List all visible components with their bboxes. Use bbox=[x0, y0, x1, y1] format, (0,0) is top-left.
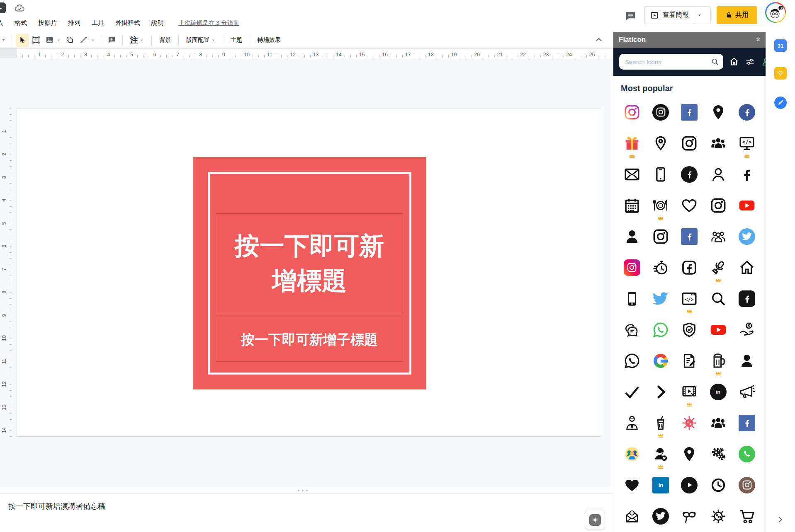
youtube-icon-2[interactable] bbox=[704, 314, 732, 345]
linkedin-square-icon[interactable]: in bbox=[646, 469, 675, 501]
comments-icon[interactable] bbox=[625, 10, 637, 24]
background-button[interactable]: 背景 bbox=[156, 36, 175, 44]
whatsapp-outline-icon[interactable] bbox=[618, 345, 646, 376]
map-pin-icon-2[interactable] bbox=[675, 438, 704, 469]
last-edit-link[interactable]: 上次編輯是在 3 分鐘前 bbox=[178, 19, 239, 27]
vertical-ruler[interactable]: 1234567891011121314 bbox=[0, 58, 12, 487]
avatar[interactable] bbox=[765, 2, 786, 23]
chat-bubbles-icon[interactable] bbox=[618, 314, 646, 345]
image-dropdown-icon[interactable] bbox=[55, 34, 63, 47]
twitter-circle-black-icon[interactable] bbox=[646, 501, 675, 532]
facebook-circle-black-icon[interactable] bbox=[675, 159, 704, 190]
select-tool[interactable] bbox=[16, 34, 29, 47]
menu-item-6[interactable]: 說明 bbox=[151, 19, 164, 27]
people-group-icon-2[interactable] bbox=[704, 407, 732, 438]
virus-outline-icon[interactable] bbox=[704, 501, 732, 532]
zoom-dropdown-icon[interactable] bbox=[0, 34, 8, 47]
microphone-icon[interactable] bbox=[704, 252, 732, 283]
video-player-icon[interactable] bbox=[675, 376, 704, 407]
title-placeholder[interactable]: 按一下即可新增標題 bbox=[216, 213, 403, 313]
instagram-circle-black-icon[interactable] bbox=[646, 97, 675, 128]
person-icon-2[interactable] bbox=[733, 345, 761, 376]
clock-icon[interactable] bbox=[704, 469, 732, 501]
google-tasks-icon[interactable] bbox=[774, 97, 787, 109]
instagram-outline-icon-2[interactable] bbox=[704, 190, 732, 221]
checkmark-icon[interactable] bbox=[618, 376, 646, 407]
facebook-square-icon-2[interactable] bbox=[675, 221, 704, 252]
monitor-code-icon[interactable]: </> bbox=[733, 128, 761, 159]
instagram-circle-brown-icon[interactable] bbox=[733, 469, 761, 501]
menu-item-2[interactable]: 投影片 bbox=[38, 19, 57, 27]
facebook-square-icon[interactable] bbox=[675, 97, 704, 128]
slide-background-shape[interactable]: 按一下即可新增標題 按一下即可新增子標題 bbox=[193, 157, 426, 389]
layout-button[interactable]: 版面配置 bbox=[182, 36, 219, 44]
support-agent-icon[interactable] bbox=[646, 438, 675, 469]
filters-icon[interactable] bbox=[745, 57, 755, 67]
collapse-toolbar-icon[interactable] bbox=[594, 35, 604, 46]
theme-button[interactable]: 主題 bbox=[227, 36, 246, 44]
present-button[interactable]: 查看簡報 bbox=[644, 6, 711, 24]
map-pin-outline-icon[interactable] bbox=[646, 128, 675, 159]
present-dropdown-icon[interactable] bbox=[694, 13, 705, 18]
whatsapp-icon[interactable] bbox=[646, 314, 675, 345]
facebook-outline-icon[interactable] bbox=[675, 252, 704, 283]
facebook-rounded-black-icon[interactable] bbox=[733, 283, 761, 314]
virus-icon[interactable] bbox=[675, 407, 704, 438]
person-outline-icon[interactable] bbox=[704, 159, 732, 190]
notes-resize-handle[interactable] bbox=[0, 487, 613, 494]
close-icon[interactable]: × bbox=[756, 36, 760, 44]
businessman-icon[interactable] bbox=[618, 407, 646, 438]
twitter-circle-icon[interactable] bbox=[733, 221, 761, 252]
explore-button[interactable] bbox=[585, 510, 605, 530]
slide-page[interactable]: 按一下即可新增標題 按一下即可新增子標題 bbox=[17, 109, 601, 437]
hand-dollar-icon[interactable]: $ bbox=[733, 314, 761, 345]
instagram-outline-icon[interactable] bbox=[675, 128, 704, 159]
google-keep-icon[interactable] bbox=[774, 67, 787, 80]
textbox-tool[interactable] bbox=[29, 34, 43, 47]
home-icon[interactable] bbox=[729, 57, 739, 67]
shape-tool[interactable] bbox=[63, 34, 77, 47]
smartphone-outline-icon[interactable] bbox=[646, 159, 675, 190]
menu-item-4[interactable]: 工具 bbox=[92, 19, 104, 27]
line-dropdown-icon[interactable] bbox=[89, 34, 97, 47]
linkedin-circle-black-icon[interactable]: in bbox=[704, 376, 732, 407]
envelope-icon[interactable] bbox=[618, 159, 646, 190]
stopwatch-icon[interactable] bbox=[646, 252, 675, 283]
invitation-envelope-icon[interactable] bbox=[618, 501, 646, 532]
shield-check-icon[interactable] bbox=[675, 314, 704, 345]
shopping-cart-icon[interactable] bbox=[733, 501, 761, 532]
person-icon[interactable] bbox=[618, 221, 646, 252]
youtube-circle-black-icon[interactable] bbox=[675, 469, 704, 501]
speaker-notes[interactable]: 按一下即可新增演講者備忘稿 bbox=[0, 494, 613, 532]
annotate-tool[interactable]: 注 bbox=[126, 35, 148, 46]
gears-icon[interactable] bbox=[704, 438, 732, 469]
menu-item-3[interactable]: 排列 bbox=[68, 19, 80, 27]
megaphone-icon[interactable] bbox=[733, 376, 761, 407]
instagram-gradient-square-icon[interactable] bbox=[618, 252, 646, 283]
gift-icon[interactable] bbox=[618, 128, 646, 159]
youtube-icon[interactable] bbox=[733, 190, 761, 221]
search-input[interactable] bbox=[624, 58, 708, 66]
heart-icon[interactable] bbox=[618, 469, 646, 501]
home-outline-icon[interactable] bbox=[733, 252, 761, 283]
google-calendar-icon[interactable]: 31 bbox=[774, 39, 787, 52]
google-icon[interactable] bbox=[646, 345, 675, 376]
whatsapp-circle-icon[interactable] bbox=[733, 438, 761, 469]
facebook-letter-icon[interactable] bbox=[733, 159, 761, 190]
facebook-square-icon-3[interactable] bbox=[733, 407, 761, 438]
share-button[interactable]: 共用 bbox=[717, 6, 757, 24]
menu-item-0[interactable]: 入 bbox=[0, 19, 3, 27]
restaurant-icon[interactable] bbox=[646, 190, 675, 221]
sidebar-expand-chevron-icon[interactable] bbox=[776, 515, 785, 526]
people-group-icon[interactable] bbox=[704, 128, 732, 159]
facebook-circle-icon[interactable] bbox=[733, 97, 761, 128]
twitter-bird-icon[interactable] bbox=[646, 283, 675, 314]
heart-outline-icon[interactable] bbox=[675, 190, 704, 221]
calendar-icon[interactable] bbox=[618, 190, 646, 221]
menu-item-5[interactable]: 外掛程式 bbox=[115, 19, 140, 27]
cloud-saved-icon[interactable] bbox=[14, 3, 25, 15]
masquerade-mask-icon[interactable] bbox=[675, 501, 704, 532]
chevron-right-icon[interactable] bbox=[646, 376, 675, 407]
instagram-icon[interactable] bbox=[618, 97, 646, 128]
document-edit-icon[interactable] bbox=[675, 345, 704, 376]
